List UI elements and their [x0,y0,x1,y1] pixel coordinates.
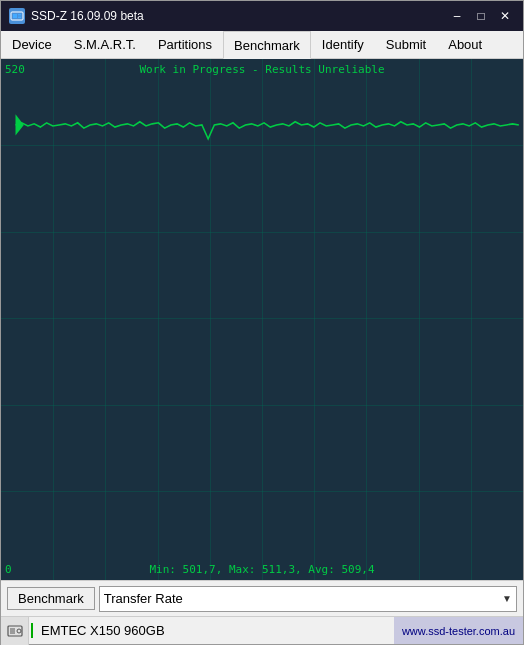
svg-rect-1 [13,14,17,18]
device-label: EMTEC X150 960GB [31,623,394,638]
chart-stats: Min: 501,7, Max: 511,3, Avg: 509,4 [149,563,374,576]
drive-icon [6,622,24,640]
status-bar: EMTEC X150 960GB www.ssd-tester.com.au [1,616,523,644]
chart-title: Work in Progress - Results Unreliable [139,63,384,76]
maximize-button[interactable]: □ [471,7,491,25]
menu-identify[interactable]: Identify [311,31,375,58]
title-bar: SSD-Z 16.09.09 beta – □ ✕ [1,1,523,31]
menu-partitions[interactable]: Partitions [147,31,223,58]
menu-submit[interactable]: Submit [375,31,437,58]
window-title: SSD-Z 16.09.09 beta [31,9,144,23]
svg-point-6 [17,629,21,633]
menu-device[interactable]: Device [1,31,63,58]
svg-marker-4 [16,114,24,135]
benchmark-chart: 520 Work in Progress - Results Unreliabl… [1,59,523,580]
chevron-down-icon: ▼ [502,593,512,604]
chart-top-label: 520 [5,63,25,76]
svg-rect-3 [18,17,21,19]
website-url[interactable]: www.ssd-tester.com.au [394,617,523,644]
benchmark-button[interactable]: Benchmark [7,587,95,610]
chart-svg [1,59,523,580]
window-controls: – □ ✕ [447,7,515,25]
dropdown-value: Transfer Rate [104,591,183,606]
menu-benchmark[interactable]: Benchmark [223,31,311,59]
title-bar-left: SSD-Z 16.09.09 beta [9,8,144,24]
close-button[interactable]: ✕ [495,7,515,25]
menu-smart[interactable]: S.M.A.R.T. [63,31,147,58]
svg-rect-2 [18,14,21,16]
device-icon[interactable] [1,617,29,645]
chart-bottom-label: 0 [5,563,12,576]
minimize-button[interactable]: – [447,7,467,25]
menu-about[interactable]: About [437,31,493,58]
bottom-control-bar: Benchmark Transfer Rate ▼ [1,580,523,616]
app-icon [9,8,25,24]
transfer-rate-dropdown[interactable]: Transfer Rate ▼ [99,586,517,612]
menu-bar: Device S.M.A.R.T. Partitions Benchmark I… [1,31,523,59]
main-window: SSD-Z 16.09.09 beta – □ ✕ Device S.M.A.R… [0,0,524,645]
